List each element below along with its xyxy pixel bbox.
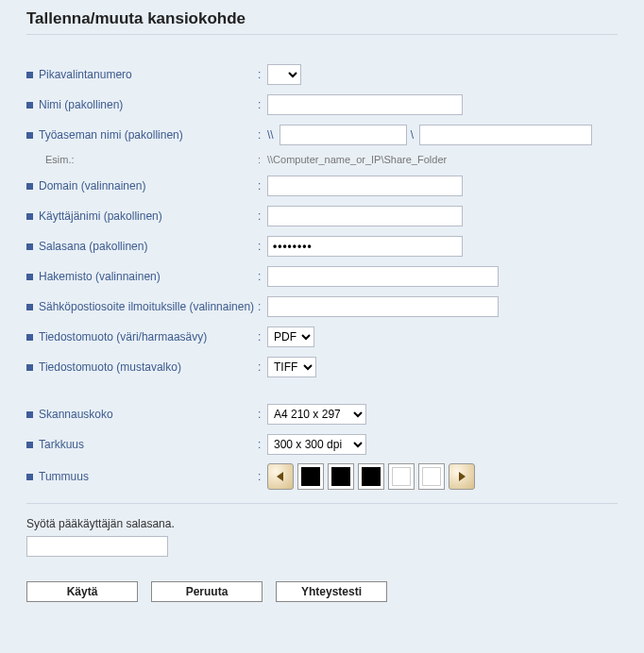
density-swatch-2[interactable] (328, 463, 354, 490)
directory-field[interactable] (267, 266, 499, 287)
admin-password-label: Syötä pääkäyttäjän salasana. (26, 517, 618, 530)
label-resolution: Tarkkuus (39, 438, 84, 451)
label-password: Salasana (pakollinen) (39, 240, 147, 253)
bullet-icon (26, 102, 33, 109)
label-scan-size: Skannauskoko (39, 408, 113, 421)
admin-password-field[interactable] (26, 536, 168, 557)
domain-field[interactable] (267, 176, 463, 196)
label-format-color: Tiedostomuoto (väri/harmaasävy) (39, 330, 207, 343)
density-increase-button[interactable] (449, 463, 475, 490)
label-name: Nimi (pakollinen) (39, 98, 123, 111)
test-button[interactable]: Yhteystesti (276, 581, 387, 602)
format-bw-select[interactable]: TIFF (267, 357, 316, 377)
quick-select[interactable] (267, 64, 301, 85)
divider (26, 503, 618, 504)
format-color-select[interactable]: PDF (267, 326, 314, 347)
bullet-icon (26, 274, 33, 280)
label-workstation: Työaseman nimi (pakollinen) (39, 128, 183, 142)
apply-button[interactable]: Käytä (26, 581, 138, 602)
label-example: Esim.: (26, 154, 258, 165)
cancel-button[interactable]: Peruuta (151, 581, 263, 602)
workstation-share-field[interactable] (419, 125, 592, 145)
density-swatch-1[interactable] (297, 463, 324, 490)
label-email: Sähköpostiosoite ilmoituksille (valinnai… (39, 300, 254, 313)
bullet-icon (26, 334, 33, 341)
bullet-icon (26, 442, 33, 448)
scan-size-select[interactable]: A4 210 x 297 (267, 404, 366, 425)
density-swatch-4[interactable] (388, 463, 415, 490)
bullet-icon (26, 364, 33, 371)
bullet-icon (26, 72, 33, 78)
email-field[interactable] (267, 296, 499, 317)
example-value: \\Computer_name_or_IP\Share_Folder (267, 154, 447, 165)
bullet-icon (26, 183, 33, 190)
density-decrease-button[interactable] (267, 463, 294, 490)
label-username: Käyttäjänimi (pakollinen) (39, 209, 162, 223)
password-field[interactable] (267, 236, 463, 257)
label-format-bw: Tiedostomuoto (mustavalko) (39, 360, 181, 374)
bullet-icon (26, 474, 33, 480)
name-field[interactable] (267, 94, 463, 115)
bullet-icon (26, 213, 33, 220)
username-field[interactable] (267, 206, 463, 226)
label-directory: Hakemisto (valinnainen) (39, 270, 161, 283)
label-quick: Pikavalintanumero (39, 68, 132, 81)
svg-marker-0 (277, 472, 283, 481)
bullet-icon (26, 411, 33, 418)
svg-marker-1 (459, 472, 466, 481)
density-swatch-5[interactable] (418, 463, 445, 490)
bullet-icon (26, 304, 33, 310)
label-density: Tummuus (39, 470, 89, 483)
resolution-select[interactable]: 300 x 300 dpi (267, 434, 366, 455)
bullet-icon (26, 243, 33, 250)
path-prefix-double: \\ (267, 128, 274, 142)
page-title: Tallenna/muuta kansiokohde (26, 9, 618, 35)
density-swatch-3[interactable] (358, 463, 384, 490)
workstation-host-field[interactable] (280, 125, 407, 145)
label-domain: Domain (valinnainen) (39, 179, 145, 193)
path-prefix-single: \ (411, 128, 414, 142)
bullet-icon (26, 132, 33, 139)
